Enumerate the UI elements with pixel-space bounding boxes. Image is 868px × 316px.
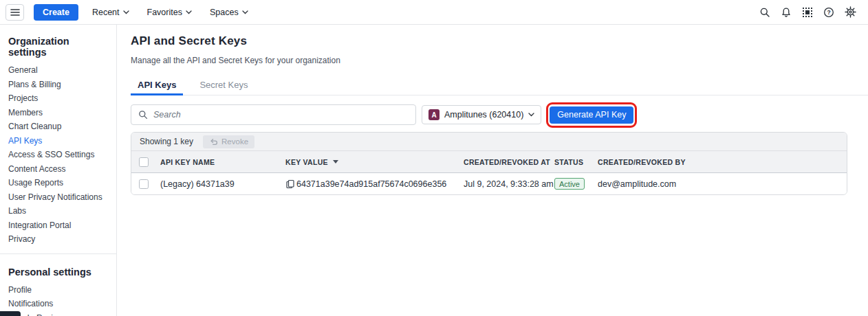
org-selector-label: Amplitunes (620410) (444, 110, 523, 120)
api-key-value-text: 64371a39e74ad915af75674c0696e356 (296, 179, 446, 189)
topbar-left: Create Recent Favorites Spaces (6, 4, 252, 21)
sort-caret-icon (333, 160, 338, 163)
app-window: Create Recent Favorites Spaces (0, 0, 868, 316)
chevron-down-icon (242, 10, 248, 14)
menu-recent-label: Recent (92, 8, 120, 17)
sidebar-section-personal-settings: Personal settings (0, 264, 116, 283)
page-title: API and Secret Keys (131, 34, 847, 48)
chevron-down-icon (123, 10, 129, 14)
api-keys-table: Showing 1 key Revoke API KEY NAME KEY VA… (131, 132, 847, 195)
sidebar-item-privacy[interactable]: Privacy (0, 232, 116, 247)
generate-api-key-wrap: Generate API Key (550, 106, 633, 124)
sidebar-item-labs[interactable]: Labs (0, 204, 116, 218)
sidebar-item-members[interactable]: Members (0, 106, 116, 120)
settings-button[interactable] (842, 4, 858, 21)
settings-gear-icon (845, 6, 856, 18)
tab-api-keys[interactable]: API Keys (131, 77, 183, 95)
select-all-checkbox[interactable] (139, 157, 149, 167)
hamburger-menu-button[interactable] (6, 4, 24, 21)
sidebar-item-projects[interactable]: Projects (0, 91, 116, 106)
sidebar-item-profile[interactable]: Profile (0, 283, 116, 297)
settings-sidebar: Organization settings General Plans & Bi… (0, 25, 117, 316)
chevron-down-icon (528, 113, 534, 117)
generate-api-key-button[interactable]: Generate API Key (550, 106, 633, 124)
api-key-value-cell: 64371a39e74ad915af75674c0696e356 (285, 179, 464, 189)
main-content: API and Secret Keys Manage all the API a… (117, 25, 868, 316)
search-icon (138, 110, 148, 120)
qr-code-icon (802, 7, 813, 18)
tab-secret-keys[interactable]: Secret Keys (193, 77, 254, 95)
menu-recent[interactable]: Recent (88, 5, 133, 20)
sidebar-item-plans-billing[interactable]: Plans & Billing (0, 78, 116, 92)
table-toolbar: Showing 1 key Revoke (131, 133, 847, 151)
help-icon: ? (823, 7, 834, 18)
chevron-down-icon (186, 10, 192, 14)
copy-icon[interactable] (285, 179, 295, 189)
menu-favorites-label: Favorites (147, 8, 182, 17)
menu-spaces-label: Spaces (210, 8, 239, 17)
org-avatar: A (428, 109, 440, 120)
menu-favorites[interactable]: Favorites (143, 5, 196, 20)
api-key-name-cell: (Legacy) 64371a39 (160, 179, 285, 189)
revoke-label: Revoke (221, 137, 248, 146)
sidebar-item-usage-reports[interactable]: Usage Reports (0, 176, 116, 190)
status-cell: Active (554, 178, 598, 190)
revoke-undo-icon (209, 138, 218, 146)
revoke-button[interactable]: Revoke (203, 135, 254, 148)
qr-code-button[interactable] (799, 4, 816, 21)
search-button[interactable] (757, 4, 773, 21)
svg-text:?: ? (827, 9, 830, 16)
status-badge: Active (554, 178, 585, 190)
row-checkbox[interactable] (139, 179, 149, 189)
organization-settings-nav: General Plans & Billing Projects Members… (0, 63, 116, 247)
api-key-table-row: (Legacy) 64371a39 64371a39e74ad915af7567… (131, 173, 847, 194)
sidebar-divider (0, 253, 116, 254)
create-button[interactable]: Create (34, 4, 78, 21)
sidebar-item-access-sso-settings[interactable]: Access & SSO Settings (0, 148, 116, 162)
search-box[interactable] (131, 104, 416, 125)
topbar-right: ? (757, 4, 858, 21)
sidebar-item-notifications[interactable]: Notifications (0, 297, 116, 311)
help-button[interactable]: ? (821, 4, 837, 21)
sidebar-item-chart-cleanup[interactable]: Chart Cleanup (0, 120, 116, 134)
menu-spaces[interactable]: Spaces (206, 5, 252, 20)
header-checkbox-cell (131, 157, 160, 167)
search-input[interactable] (153, 110, 409, 120)
table-summary: Showing 1 key (140, 137, 193, 146)
table-header-row: API KEY NAME KEY VALUE CREATED/REVOKED A… (131, 151, 847, 173)
column-header-status[interactable]: STATUS (554, 158, 598, 166)
created-at-cell: Jul 9, 2024, 9:33:28 am (464, 179, 554, 189)
created-by-cell: dev@amplitude.com (598, 179, 847, 189)
sidebar-section-organization-settings: Organization settings (0, 33, 116, 63)
sidebar-item-user-privacy-notifications[interactable]: User Privacy Notifications (0, 190, 116, 205)
sidebar-item-api-keys[interactable]: API Keys (0, 134, 116, 148)
column-header-key-value-label: KEY VALUE (285, 158, 328, 166)
hamburger-menu-icon (10, 8, 20, 16)
notifications-bell-icon (781, 7, 792, 18)
column-header-key-value[interactable]: KEY VALUE (285, 158, 464, 166)
column-header-created-revoked-at[interactable]: CREATED/REVOKED AT (464, 158, 554, 166)
sidebar-item-integration-portal[interactable]: Integration Portal (0, 218, 116, 233)
tab-bar: API Keys Secret Keys (131, 77, 868, 95)
keys-toolbar: A Amplitunes (620410) Generate API Key (131, 104, 847, 125)
corner-widget[interactable] (0, 311, 21, 316)
row-checkbox-cell (131, 179, 160, 189)
sidebar-item-general[interactable]: General (0, 63, 116, 78)
org-selector-dropdown[interactable]: A Amplitunes (620410) (422, 105, 541, 124)
page-subtitle: Manage all the API and Secret Keys for y… (131, 56, 847, 65)
column-header-created-revoked-by[interactable]: CREATED/REVOKED BY (598, 158, 847, 166)
top-navbar: Create Recent Favorites Spaces (0, 0, 868, 25)
notifications-button[interactable] (778, 4, 794, 21)
search-icon (759, 7, 770, 18)
column-header-api-key-name[interactable]: API KEY NAME (160, 158, 285, 166)
sidebar-item-content-access[interactable]: Content Access (0, 162, 116, 177)
